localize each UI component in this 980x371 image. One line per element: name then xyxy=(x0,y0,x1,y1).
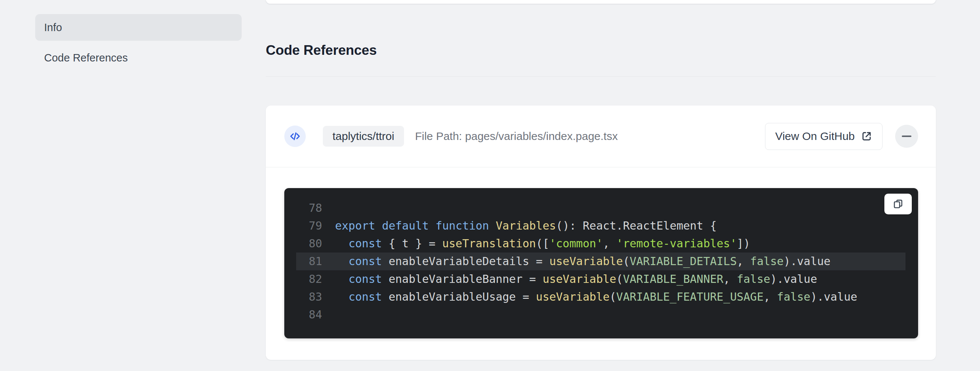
file-path-label: File Path: pages/variables/index.page.ts… xyxy=(415,130,618,143)
line-number: 78 xyxy=(296,199,322,217)
code-icon xyxy=(289,130,301,143)
sidebar-item-label: Code References xyxy=(44,52,128,64)
line-number: 80 xyxy=(296,235,322,252)
line-number: 84 xyxy=(296,306,322,323)
sidebar-item-info[interactable]: Info xyxy=(35,14,242,41)
code-block: 7879export default function Variables():… xyxy=(284,188,918,338)
code-line: 84 xyxy=(296,306,905,323)
line-number: 79 xyxy=(296,217,322,235)
code-line: 82 const enableVariableBanner = useVaria… xyxy=(296,270,905,288)
code-lines: 7879export default function Variables():… xyxy=(296,199,905,323)
sidebar-item-code-references[interactable]: Code References xyxy=(35,44,242,71)
line-number: 83 xyxy=(296,288,322,306)
section-divider xyxy=(266,76,936,77)
code-line: 79export default function Variables(): R… xyxy=(296,217,905,235)
code-line-highlighted: 81 const enableVariableDetails = useVari… xyxy=(296,252,905,270)
code-reference-card: taplytics/ttroi File Path: pages/variabl… xyxy=(266,106,936,360)
repo-badge: taplytics/ttroi xyxy=(323,126,404,147)
page-background: { "sidebar": { "items": [ { "label": "In… xyxy=(0,0,980,371)
view-on-github-label: View On GitHub xyxy=(775,130,855,143)
view-on-github-button[interactable]: View On GitHub xyxy=(765,123,883,150)
collapse-button[interactable] xyxy=(895,125,918,148)
line-number: 81 xyxy=(296,252,322,270)
copy-icon xyxy=(892,198,904,210)
minus-icon xyxy=(902,136,912,137)
previous-card-bottom-edge xyxy=(266,0,936,4)
code-text: export default function Variables(): Rea… xyxy=(335,217,717,235)
code-line: 78 xyxy=(296,199,905,217)
section-title: Code References xyxy=(266,43,377,58)
code-text: const enableVariableDetails = useVariabl… xyxy=(335,252,830,270)
line-number: 82 xyxy=(296,270,322,288)
code-line: 80 const { t } = useTranslation(['common… xyxy=(296,235,905,252)
external-link-icon xyxy=(861,130,872,142)
code-line: 83 const enableVariableUsage = useVariab… xyxy=(296,288,905,306)
code-text: const enableVariableUsage = useVariable(… xyxy=(335,288,858,306)
sidebar-nav: InfoCode References xyxy=(35,14,242,71)
sidebar-item-label: Info xyxy=(44,21,62,34)
card-header: taplytics/ttroi File Path: pages/variabl… xyxy=(266,106,936,167)
copy-button[interactable] xyxy=(885,193,912,214)
code-type-badge xyxy=(284,125,306,147)
code-text: const enableVariableBanner = useVariable… xyxy=(335,270,817,288)
code-text: const { t } = useTranslation(['common', … xyxy=(335,235,750,252)
